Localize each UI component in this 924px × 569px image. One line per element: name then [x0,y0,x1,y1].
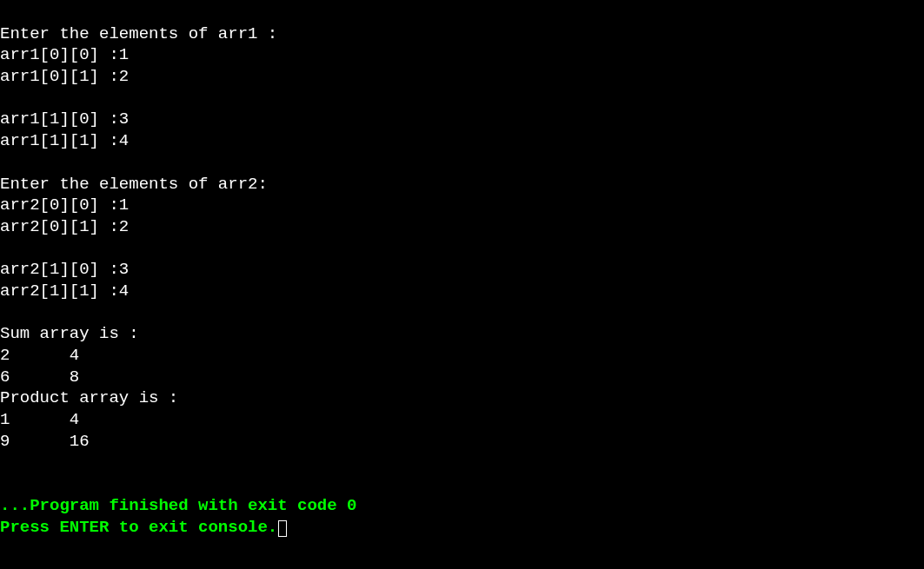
product-row-1: 9 16 [0,432,90,451]
arr1-11-value: 4 [119,131,129,150]
arr1-00-label: arr1[0][0] : [0,45,119,64]
arr2-01-value: 2 [119,217,129,236]
arr2-11-label: arr2[1][1] : [0,281,119,301]
exit-message: ...Program finished with exit code 0 [0,496,356,515]
arr2-00-label: arr2[0][0] : [0,195,119,215]
arr2-10-value: 3 [119,260,129,279]
arr1-00-value: 1 [119,45,129,64]
arr1-11-label: arr1[1][1] : [0,131,119,150]
sum-header: Sum array is : [0,324,139,343]
arr1-01-label: arr1[0][1] : [0,67,119,86]
arr1-10-value: 3 [119,109,129,129]
arr1-01-value: 2 [119,67,129,86]
arr2-10-label: arr2[1][0] : [0,260,119,279]
arr1-10-label: arr1[1][0] : [0,109,119,129]
terminal-output: Enter the elements of arr1 : arr1[0][0] … [0,2,924,538]
prompt-arr1: Enter the elements of arr1 : [0,24,277,43]
sum-row-0: 2 4 [0,346,79,365]
cursor-icon[interactable] [278,520,287,537]
product-row-0: 1 4 [0,410,79,429]
sum-row-1: 6 8 [0,367,79,387]
product-header: Product array is : [0,388,178,407]
press-enter-prompt: Press ENTER to exit console. [0,518,277,537]
arr2-00-value: 1 [119,195,129,215]
arr2-11-value: 4 [119,281,129,301]
arr2-01-label: arr2[0][1] : [0,217,119,236]
prompt-arr2: Enter the elements of arr2: [0,175,268,194]
